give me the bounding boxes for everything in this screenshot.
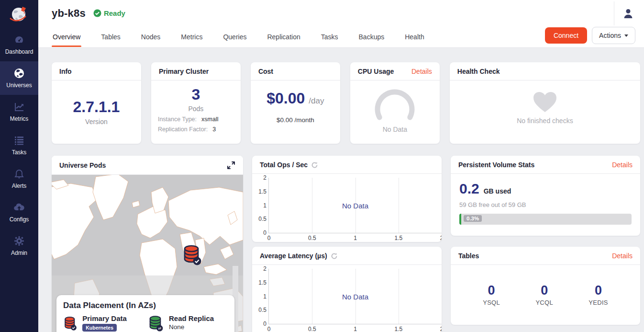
volume-details-link[interactable]: Details <box>612 161 633 169</box>
read-replica-label: Read Replica <box>169 314 214 322</box>
x-tick: 2 <box>440 235 442 241</box>
card-title: Universe Pods <box>59 161 106 169</box>
ready-check-icon <box>93 9 101 17</box>
total-ops-chart-card: Total Ops / Sec 0 <box>252 156 442 242</box>
yedis-stat: 0 YEDIS <box>588 283 608 306</box>
gauge-arc-icon <box>371 87 419 122</box>
sidebar-item-label: Admin <box>11 250 27 256</box>
persistent-volume-card: Persistent Volume Stats Details 0.2 GB u… <box>451 156 640 236</box>
y-tick: 1 <box>263 202 266 209</box>
globe-icon <box>13 67 25 80</box>
legend-title: Data Placement (In AZs) <box>63 301 228 310</box>
x-tick: 0.5 <box>308 326 316 332</box>
chevron-down-icon <box>624 34 628 37</box>
header-divider <box>614 1 614 25</box>
refresh-icon[interactable] <box>311 161 318 169</box>
list-icon <box>13 134 25 147</box>
sidebar-item-admin[interactable]: Admin <box>0 229 38 263</box>
primary-data-legend-item: Primary Data Kubernetes 1 Region, 3 AZS,… <box>63 314 143 332</box>
tab-tables[interactable]: Tables <box>100 27 121 47</box>
cpu-details-link[interactable]: Details <box>411 68 432 75</box>
x-tick: 2 <box>440 326 442 332</box>
replication-factor-value: 3 <box>212 126 216 133</box>
tab-queries[interactable]: Queries <box>222 27 247 47</box>
sidebar-item-configs[interactable]: Configs <box>0 195 38 229</box>
primary-cluster-card: Primary Cluster 3 Pods Instance Type: xs… <box>151 62 241 144</box>
kubernetes-badge: Kubernetes <box>82 324 117 332</box>
tab-tasks[interactable]: Tasks <box>320 27 339 47</box>
yugabyte-logo-icon[interactable] <box>0 0 38 28</box>
x-tick: 0 <box>267 235 271 241</box>
pods-label: Pods <box>188 105 203 113</box>
chart-no-data-text: No Data <box>342 292 368 300</box>
tab-overview[interactable]: Overview <box>52 27 81 47</box>
sidebar-item-dashboard[interactable]: Dashboard <box>0 28 38 61</box>
tables-card: Tables Details 0 YSQL 0 YCQL <box>451 247 640 325</box>
sidebar-item-metrics[interactable]: Metrics <box>0 95 38 128</box>
volume-percent-badge: 0.3% <box>464 215 482 222</box>
universe-title: yb-k8s <box>52 7 86 20</box>
status-badge: Ready <box>93 9 125 17</box>
user-menu-icon[interactable] <box>623 8 633 19</box>
health-empty-text: No finished checks <box>517 117 573 125</box>
version-label: Version <box>85 118 108 126</box>
cpu-usage-card: CPU Usage Details No Data <box>350 62 440 144</box>
sidebar-item-label: Tasks <box>12 149 27 156</box>
instance-type-label: Instance Type: <box>158 116 197 123</box>
overview-content: Info 2.7.1.1 Version Primary Cluster 3 P… <box>38 48 644 332</box>
app-root: Dashboard Universes Metrics Tasks Alerts <box>0 0 644 332</box>
chart-no-data-text: No Data <box>342 201 368 209</box>
cost-per-month: $0.00 /month <box>277 116 314 124</box>
tab-replication[interactable]: Replication <box>266 27 301 47</box>
cost-per-day-value: $0.00 <box>266 90 305 107</box>
sidebar-item-tasks[interactable]: Tasks <box>0 128 38 162</box>
yedis-count: 0 <box>588 283 608 298</box>
replication-factor-label: Replication Factor: <box>158 126 208 133</box>
ysql-label: YSQL <box>483 299 500 306</box>
tab-backups[interactable]: Backups <box>358 27 386 47</box>
y-tick: 2 <box>263 265 266 272</box>
charts-column: Total Ops / Sec 0 <box>252 156 442 332</box>
tab-nodes[interactable]: Nodes <box>140 27 161 47</box>
expand-icon[interactable] <box>227 161 235 170</box>
y-tick: 1.5 <box>258 279 266 286</box>
tab-metrics[interactable]: Metrics <box>180 27 203 47</box>
primary-data-map-marker[interactable] <box>182 244 203 266</box>
card-title: CPU Usage <box>358 68 394 75</box>
y-tick: 0 <box>263 321 266 327</box>
replica-database-icon: ⇄ <box>148 314 164 332</box>
refresh-icon[interactable] <box>331 252 338 260</box>
sidebar-item-alerts[interactable]: Alerts <box>0 162 38 195</box>
average-latency-plot: 0 0.5 1 1.5 2 0 0.5 1 1.5 2 No Data <box>268 266 442 332</box>
tab-health[interactable]: Health <box>404 27 425 47</box>
connect-button[interactable]: Connect <box>545 27 587 44</box>
sync-arrows-icon: ⇄ <box>158 326 161 331</box>
ycql-count: 0 <box>535 283 553 298</box>
heart-icon <box>533 91 557 113</box>
card-title: Persistent Volume Stats <box>458 161 534 169</box>
universe-header: yb-k8s Ready Overview Tables Nodes Metri… <box>38 0 644 48</box>
sidebar-item-universes[interactable]: Universes <box>0 61 38 95</box>
sidebar-item-label: Universes <box>6 82 32 89</box>
tables-details-link[interactable]: Details <box>612 252 633 260</box>
ycql-label: YCQL <box>535 299 553 306</box>
actions-dropdown-button[interactable]: Actions <box>592 27 635 44</box>
pods-count: 3 <box>192 86 200 103</box>
line-chart-icon <box>13 101 25 113</box>
read-replica-value: None <box>169 323 214 331</box>
cloud-upload-icon <box>13 201 25 214</box>
volume-progress-fill <box>459 214 461 225</box>
volume-used-label: GB used <box>484 187 511 195</box>
world-map[interactable]: Data Placement (In AZs) <box>52 173 243 332</box>
yedis-label: YEDIS <box>588 299 608 306</box>
card-title: Health Check <box>457 68 500 75</box>
info-card: Info 2.7.1.1 Version <box>52 62 141 144</box>
sidebar-item-label: Configs <box>10 216 29 223</box>
right-column: Persistent Volume Stats Details 0.2 GB u… <box>451 156 640 325</box>
main-panel: yb-k8s Ready Overview Tables Nodes Metri… <box>38 0 644 332</box>
data-placement-legend: Data Placement (In AZs) <box>56 295 234 332</box>
ycql-stat: 0 YCQL <box>535 283 553 306</box>
x-tick: 1 <box>354 235 357 241</box>
card-title: Tables <box>458 252 479 260</box>
volume-free-text: 59 GB free out of 59 GB <box>459 201 632 208</box>
